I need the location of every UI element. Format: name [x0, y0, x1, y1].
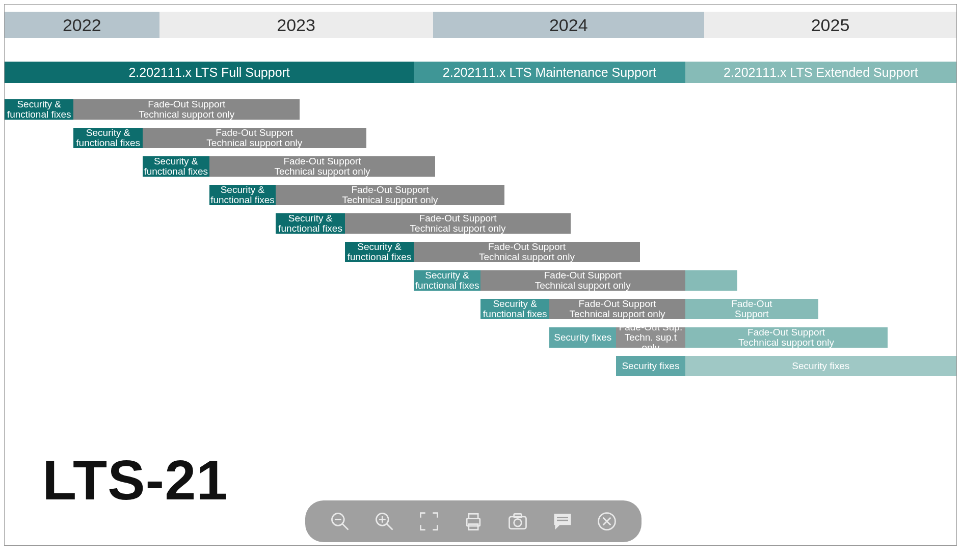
- camera-icon[interactable]: [504, 508, 531, 535]
- lts-phase-bar: 2.202111.x LTS Full Support: [5, 62, 414, 83]
- support-segment: Security &functional fixes: [345, 242, 414, 262]
- year-header-2023: 2023: [159, 12, 433, 38]
- support-segment: Security &functional fixes: [414, 270, 480, 291]
- support-segment: Security &functional fixes: [276, 213, 344, 234]
- svg-rect-9: [469, 524, 478, 530]
- support-segment: Fade-Out SupportTechnical support only: [276, 185, 504, 205]
- lts-phase-bar: 2.202111.x LTS Extended Support: [685, 62, 956, 83]
- support-segment: Security &functional fixes: [209, 185, 276, 205]
- support-segment: Security fixes: [685, 356, 956, 376]
- comment-icon[interactable]: [549, 508, 576, 535]
- chart-frame: LTS-21 20222023202420252.: [4, 4, 957, 546]
- svg-rect-8: [469, 514, 478, 518]
- support-segment: [685, 270, 738, 291]
- support-segment: Security &functional fixes: [480, 299, 549, 319]
- lts-phase-bar: 2.202111.x LTS Maintenance Support: [414, 62, 685, 83]
- support-segment: Fade-Out SupportTechnical support only: [549, 299, 685, 319]
- year-header-2022: 2022: [5, 12, 159, 38]
- support-segment: Fade-Out SupportTechnical support only: [143, 128, 366, 148]
- svg-line-4: [387, 524, 393, 530]
- support-segment: Security fixes: [549, 327, 616, 348]
- support-segment: Security fixes: [616, 356, 685, 376]
- support-segment: Fade-Out SupportTechnical support only: [209, 156, 436, 177]
- support-segment: Fade-Out SupportTechnical support only: [480, 270, 685, 291]
- timeline-canvas: LTS-21 20222023202420252.: [5, 5, 956, 545]
- svg-rect-12: [514, 514, 522, 517]
- support-segment: Fade-Out Sup.Techn. sup.t only: [616, 327, 685, 348]
- close-icon[interactable]: [594, 508, 620, 535]
- print-icon[interactable]: [460, 508, 487, 535]
- support-segment: Fade-Out SupportTechnical support only: [685, 327, 888, 348]
- support-segment: Security &functional fixes: [73, 128, 142, 148]
- svg-line-1: [342, 524, 348, 530]
- year-header-2024: 2024: [433, 12, 704, 38]
- viewer-toolbar: [305, 500, 642, 542]
- support-segment: Fade-OutSupport: [685, 299, 819, 319]
- support-segment: Fade-Out SupportTechnical support only: [345, 213, 571, 234]
- svg-point-11: [514, 519, 522, 526]
- support-segment: Fade-Out SupportTechnical support only: [414, 242, 640, 262]
- year-header-2025: 2025: [704, 12, 956, 38]
- support-segment: Security &functional fixes: [143, 156, 209, 177]
- zoom-in-icon[interactable]: [371, 508, 397, 535]
- chart-title: LTS-21: [42, 447, 228, 512]
- zoom-out-icon[interactable]: [327, 508, 353, 535]
- support-segment: Fade-Out SupportTechnical support only: [73, 99, 300, 120]
- support-segment: Security &functional fixes: [5, 99, 73, 120]
- fit-screen-icon[interactable]: [416, 508, 442, 535]
